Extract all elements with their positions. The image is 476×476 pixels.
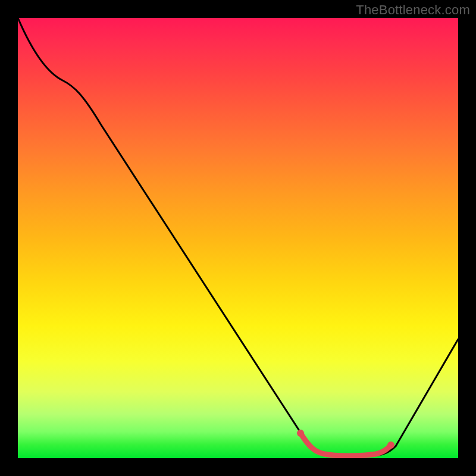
- range-end-dot: [387, 441, 394, 449]
- plot-area: [18, 18, 458, 458]
- recommended-range-curve: [300, 433, 391, 456]
- range-start-dot: [297, 430, 304, 437]
- chart-frame: TheBottleneck.com: [0, 0, 476, 476]
- curve-layer: [18, 18, 458, 458]
- watermark-text: TheBottleneck.com: [356, 2, 470, 18]
- bottleneck-curve: [18, 18, 458, 455]
